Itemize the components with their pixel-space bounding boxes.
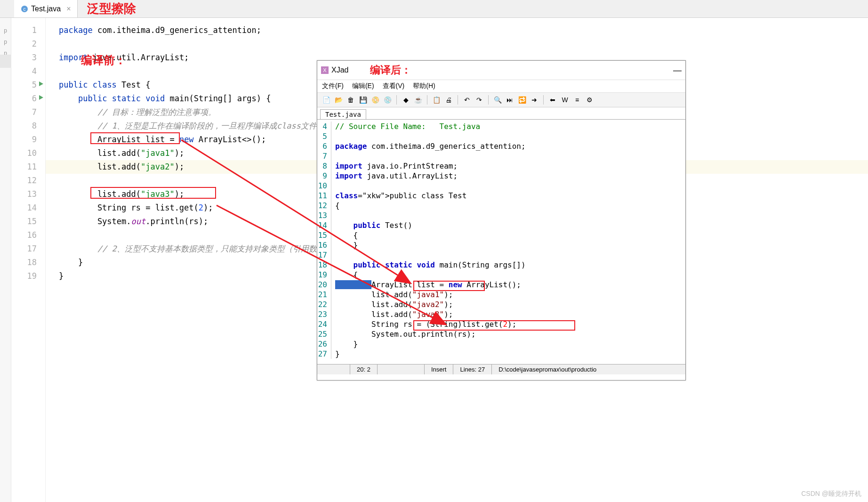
left-strip: p p p xyxy=(0,18,11,502)
redbox-string-rs xyxy=(90,187,216,199)
toolbar-button[interactable]: 🗑 xyxy=(346,95,356,105)
toolbar-button[interactable]: 🔍 xyxy=(492,95,503,105)
status-path: D:\code\javasepromax\out\productio xyxy=(492,364,685,374)
toolbar-button[interactable]: W xyxy=(560,95,570,105)
toolbar-button[interactable]: ⬅ xyxy=(547,95,558,105)
toolbar-button[interactable]: ⏭ xyxy=(505,95,515,105)
toolbar-button[interactable]: ◆ xyxy=(401,95,411,105)
svg-text:X: X xyxy=(323,67,327,73)
toolbar-button[interactable]: 💿 xyxy=(382,95,393,105)
title-annotation: 泛型擦除 xyxy=(87,0,136,17)
toolbar-button[interactable]: 💾 xyxy=(358,95,368,105)
toolbar-button[interactable]: 📄 xyxy=(321,95,331,105)
editor-tab[interactable]: c Test.java × xyxy=(14,0,78,17)
editor-tab-bar: c Test.java × 泛型擦除 xyxy=(0,0,868,18)
menu-edit[interactable]: 编辑(E) xyxy=(352,82,374,90)
toolbar-button[interactable]: 🖨 xyxy=(443,95,454,105)
tab-filename: Test.java xyxy=(31,5,61,13)
redbox-cast-string xyxy=(413,320,575,331)
watermark: CSDN @睡觉待开机 xyxy=(801,490,861,498)
toolbar-button[interactable]: ⚙ xyxy=(584,95,595,105)
xjad-statusbar: 20: 2 Insert Lines: 27 D:\code\javasepro… xyxy=(317,364,685,374)
status-mode: Insert xyxy=(425,364,454,374)
redbox-arraylist-string xyxy=(90,132,180,144)
status-pos: 20: 2 xyxy=(350,364,378,374)
menu-file[interactable]: 文件(F) xyxy=(322,82,344,90)
redbox-arraylist-list xyxy=(413,281,485,291)
toolbar-button[interactable]: 📋 xyxy=(431,95,442,105)
toolbar-button[interactable]: 📂 xyxy=(333,95,344,105)
minimize-icon[interactable]: — xyxy=(673,65,682,75)
close-icon[interactable]: × xyxy=(66,5,71,13)
java-file-icon: c xyxy=(21,5,28,13)
before-label: 编译前： xyxy=(81,53,126,68)
status-lines: Lines: 27 xyxy=(453,364,492,374)
xjad-title-text: XJad xyxy=(331,66,348,74)
toolbar-button[interactable]: ☕ xyxy=(413,95,423,105)
menu-view[interactable]: 查看(V) xyxy=(383,82,405,90)
xjad-titlebar[interactable]: X XJad 编译后： — xyxy=(317,61,685,80)
toolbar-button[interactable]: ➜ xyxy=(529,95,539,105)
menu-help[interactable]: 帮助(H) xyxy=(413,82,435,90)
line-gutter: 12345678910111213141516171819 xyxy=(11,18,46,502)
toolbar-button[interactable]: 🔁 xyxy=(517,95,527,105)
toolbar-button[interactable]: ≡ xyxy=(572,95,582,105)
xjad-window: X XJad 编译后： — 文件(F) 编辑(E) 查看(V) 帮助(H) 📄📂… xyxy=(317,60,686,381)
xjad-menubar: 文件(F) 编辑(E) 查看(V) 帮助(H) xyxy=(317,80,685,93)
xjad-icon: X xyxy=(321,66,329,74)
toolbar-button[interactable]: ↷ xyxy=(474,95,484,105)
svg-text:c: c xyxy=(24,7,26,12)
xjad-tab[interactable]: Test.java xyxy=(320,109,366,119)
toolbar-button[interactable]: 📀 xyxy=(370,95,380,105)
xjad-toolbar: 📄📂🗑💾📀💿◆☕📋🖨↶↷🔍⏭🔁➜⬅W≡⚙ xyxy=(317,93,685,107)
after-label: 编译后： xyxy=(370,63,411,77)
toolbar-button[interactable]: ↶ xyxy=(462,95,472,105)
